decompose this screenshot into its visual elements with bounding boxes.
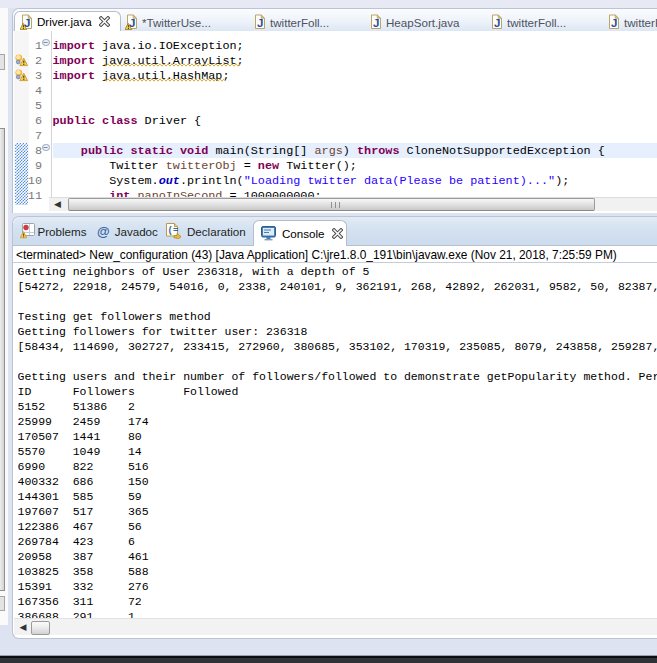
svg-text:J: J [611,17,617,29]
svg-text:J: J [257,17,263,29]
svg-text:J: J [494,17,500,29]
svg-text:J: J [373,17,379,29]
